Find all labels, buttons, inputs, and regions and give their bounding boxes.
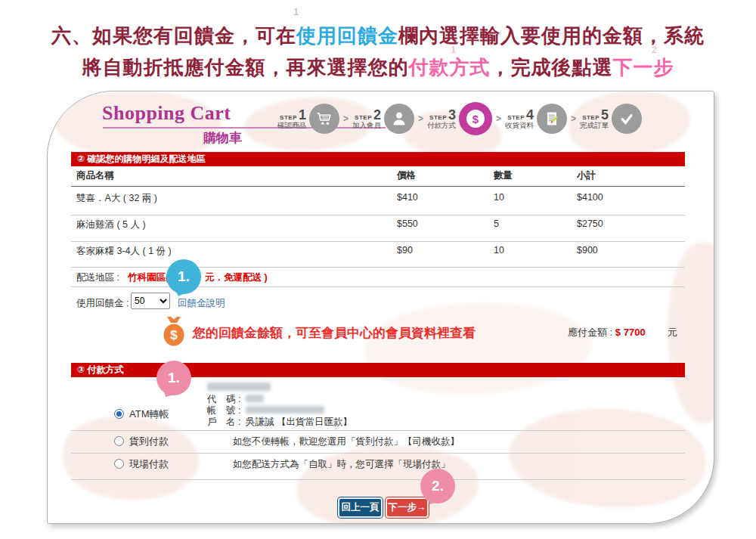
step-word: STEP bbox=[355, 114, 372, 121]
table-header-divider bbox=[71, 186, 685, 187]
dollar-icon: $ bbox=[459, 102, 492, 135]
product-qty: 5 bbox=[494, 218, 499, 229]
amount-due-value: $ 7700 bbox=[615, 327, 646, 338]
step-label: 確認商品 bbox=[277, 122, 306, 129]
step-4: STEP4 收貨資料 bbox=[505, 104, 567, 134]
instr2-mid: ，完成後點選 bbox=[491, 56, 613, 79]
instr2-highlight-next: 下一步 bbox=[613, 56, 674, 79]
step-word: STEP bbox=[429, 114, 447, 121]
step-num: 4 bbox=[526, 107, 534, 122]
badge-text: 2. bbox=[432, 478, 444, 494]
step-2-text: STEP2 加入會員 bbox=[352, 108, 381, 130]
product-price: $550 bbox=[397, 218, 418, 229]
radio-onsite-label[interactable]: 現場付款 bbox=[129, 457, 169, 471]
step-label: 付款方式 bbox=[427, 122, 456, 129]
bank-name-redacted bbox=[207, 383, 271, 391]
step-label: 收貨資料 bbox=[505, 122, 534, 129]
product-subtotal: $4100 bbox=[577, 192, 603, 203]
step-word: STEP bbox=[582, 114, 600, 121]
radio-onsite[interactable] bbox=[114, 459, 124, 469]
step-1-text: STEP1 確認商品 bbox=[277, 108, 306, 130]
annotation-badge-2-pink: 2. bbox=[420, 469, 455, 503]
radio-cod-label[interactable]: 貨到付款 bbox=[129, 435, 169, 448]
step-label: 加入會員 bbox=[352, 122, 381, 129]
product-name: 雙喜．A大 ( 32 兩 ) bbox=[76, 192, 157, 205]
rebate-label: 使用回饋金 : bbox=[76, 297, 129, 310]
instruction-line-1: 六、如果您有回饋金，可在使用回饋金欄內選擇輸入要使用的金額，系統 bbox=[0, 23, 756, 49]
checkout-steps: STEP1 確認商品 > STEP2 加入會員 bbox=[277, 102, 662, 135]
screen: 六、如果您有回饋金，可在使用回饋金欄內選擇輸入要使用的金額，系統 將自動折抵應付… bbox=[0, 0, 756, 539]
marker-2: 1 bbox=[451, 44, 456, 55]
payment-divider bbox=[71, 430, 685, 431]
payment-divider bbox=[71, 479, 685, 480]
step-3-text: STEP3 付款方式 bbox=[427, 108, 456, 130]
marker-1: 1 bbox=[293, 6, 299, 17]
amount-due-label: 應付金額 : bbox=[568, 327, 612, 338]
row-divider bbox=[71, 287, 685, 287]
row-divider bbox=[71, 241, 685, 242]
step-4-text: STEP4 收貨資料 bbox=[505, 108, 534, 130]
rebate-balance-note: 您的回饋金餘額，可至會員中心的會員資料裡查看 bbox=[193, 324, 476, 342]
product-subtotal: $900 bbox=[577, 245, 598, 256]
radio-cod[interactable] bbox=[114, 436, 124, 446]
page-title-zh: 購物車 bbox=[203, 129, 242, 147]
annotation-badge-1-teal: 1. bbox=[166, 259, 201, 294]
onsite-description: 如您配送方式為「自取」時，您可選擇「現場付款」 bbox=[233, 458, 451, 471]
delivery-area-label: 配送地區 : bbox=[76, 271, 119, 284]
badge-text: 1. bbox=[168, 370, 180, 386]
amount-due-unit: 元 bbox=[668, 326, 677, 339]
chevron-separator: > bbox=[343, 113, 349, 124]
step-word: STEP bbox=[507, 114, 525, 121]
instr2-pre: 將自動折抵應付金額，再來選擇您的 bbox=[82, 56, 409, 79]
marker-3: 2 bbox=[652, 44, 657, 55]
radio-atm-label[interactable]: ATM轉帳 bbox=[129, 407, 169, 421]
annotation-badge-1-pink: 1. bbox=[156, 361, 191, 395]
col-subtotal: 小計 bbox=[577, 169, 596, 182]
check-icon bbox=[612, 104, 642, 134]
document-icon bbox=[537, 104, 567, 134]
step-3-active: STEP3 付款方式 $ bbox=[427, 102, 492, 135]
instr1-post: 欄內選擇輸入要使用的金額，系統 bbox=[398, 24, 705, 47]
member-icon bbox=[384, 104, 414, 134]
step-word: STEP bbox=[280, 114, 297, 121]
step-1: STEP1 確認商品 bbox=[277, 104, 339, 134]
step-2: STEP2 加入會員 bbox=[352, 104, 414, 134]
chevron-separator: > bbox=[571, 113, 576, 124]
product-name: 客家麻糬 3-4人 ( 1 份 ) bbox=[76, 245, 172, 258]
product-qty: 10 bbox=[494, 245, 504, 256]
step-5-text: STEP5 完成訂單 bbox=[580, 108, 609, 130]
rebate-amount-select[interactable]: 50 bbox=[131, 293, 170, 309]
dollar-glyph: $ bbox=[466, 110, 485, 128]
bank-code-redacted bbox=[246, 395, 264, 402]
radio-atm[interactable] bbox=[114, 409, 124, 419]
bank-account-redacted bbox=[246, 406, 324, 414]
money-bag-icon: $ bbox=[160, 315, 187, 350]
instruction-line-2: 將自動折抵應付金額，再來選擇您的付款方式，完成後點選下一步 bbox=[0, 54, 756, 81]
col-product-name: 商品名稱 bbox=[76, 169, 114, 182]
delivery-area-value-right: 元．免運配送 ) bbox=[205, 271, 268, 284]
cod-description: 如您不便轉帳，歡迎您選用「貨到付款」【司機收款】 bbox=[233, 435, 460, 448]
chevron-separator: > bbox=[496, 113, 501, 124]
step-num: 3 bbox=[448, 107, 456, 122]
dollar-glyph: $ bbox=[170, 328, 178, 342]
step-label: 完成訂單 bbox=[580, 122, 609, 129]
product-price: $410 bbox=[397, 192, 418, 203]
product-name: 麻油雞酒 ( 5 人 ) bbox=[76, 218, 146, 231]
instr1-highlight: 使用回饋金 bbox=[296, 24, 398, 47]
shopping-cart-panel: Shopping Cart 購物車 STEP1 確認商品 > ST bbox=[47, 91, 714, 524]
back-button[interactable]: 回上一頁 bbox=[338, 497, 383, 518]
step-num: 2 bbox=[373, 107, 381, 122]
amount-due: 應付金額 : $ 7700 bbox=[568, 326, 646, 339]
col-qty: 數量 bbox=[494, 169, 513, 182]
instr1-pre: 六、如果您有回饋金，可在 bbox=[51, 24, 296, 47]
badge-text: 1. bbox=[178, 268, 190, 285]
col-price: 價格 bbox=[397, 169, 416, 182]
instr2-highlight-payment: 付款方式 bbox=[409, 56, 491, 79]
order-section-header: ② 確認您的購物明細及配送地區 bbox=[71, 152, 685, 166]
row-divider bbox=[71, 267, 685, 268]
chevron-separator: > bbox=[418, 113, 423, 124]
bank-holder-label: 戶 名 : bbox=[207, 416, 240, 429]
row-divider bbox=[71, 215, 685, 215]
product-price: $90 bbox=[397, 245, 413, 256]
payment-divider bbox=[71, 453, 685, 454]
